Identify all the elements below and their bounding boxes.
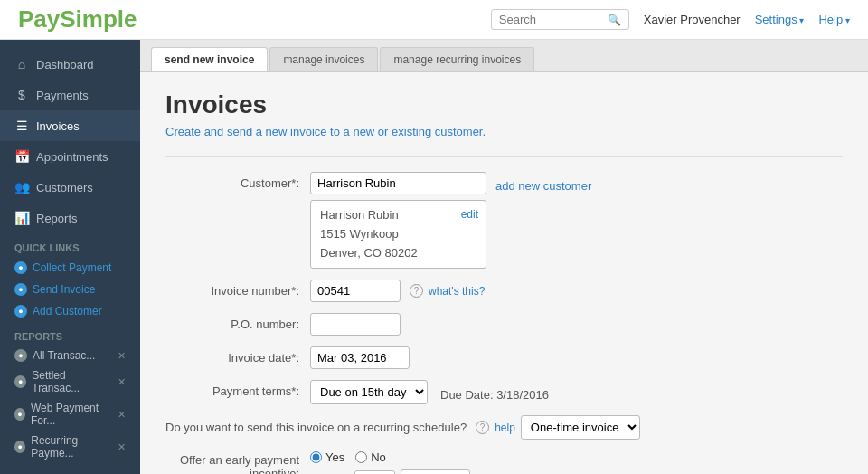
sidebar-item-dashboard[interactable]: ⌂ Dashboard <box>0 49 140 80</box>
invoice-num-label: Invoice number*: <box>165 280 310 298</box>
due-date-text: Due Date: 3/18/2016 <box>440 384 549 402</box>
address-line1: Harrison Rubin <box>320 206 476 225</box>
home-icon: ⌂ <box>14 57 29 71</box>
report-close-2[interactable]: ✕ <box>118 376 126 388</box>
address-edit-link[interactable]: edit <box>461 206 478 223</box>
form-row-invoice-num: Invoice number*: ? what's this? <box>165 280 843 302</box>
page-content: Invoices Create and send a new invoice t… <box>140 72 868 474</box>
incentive-no-radio[interactable] <box>355 451 367 463</box>
incentive-value-input[interactable] <box>354 470 395 474</box>
sidebar-item-payments[interactable]: $ Payments <box>0 80 140 110</box>
invoice-whats-this[interactable]: what's this? <box>429 285 485 298</box>
nav-settings[interactable]: Settings <box>755 13 805 26</box>
report-icon-3: ● <box>14 408 25 421</box>
payment-terms-label: Payment terms*: <box>165 380 310 398</box>
main-layout: ⌂ Dashboard $ Payments ☰ Invoices 📅 Appo… <box>0 40 868 474</box>
search-icon: 🔍 <box>608 14 621 26</box>
invoices-icon: ☰ <box>14 118 29 133</box>
report-close-3[interactable]: ✕ <box>118 409 126 421</box>
invoice-date-label: Invoice date*: <box>165 346 310 365</box>
sidebar-label-reports: Reports <box>36 212 78 225</box>
collect-payment-icon: ● <box>14 261 27 274</box>
report-close-1[interactable]: ✕ <box>118 350 126 362</box>
quick-links-heading: Quick Links <box>0 233 140 257</box>
report-item-settled[interactable]: ● Settled Transac... ✕ <box>0 365 140 398</box>
address-line3: Denver, CO 80202 <box>320 244 476 263</box>
report-icon-1: ● <box>14 349 27 362</box>
content-area: send new invoice manage invoices manage … <box>140 40 868 474</box>
top-nav: PaySimple 🔍 Xavier Provencher Settings H… <box>0 0 868 40</box>
logo: PaySimple <box>18 5 137 33</box>
report-close-4[interactable]: ✕ <box>118 441 126 453</box>
sidebar: ⌂ Dashboard $ Payments ☰ Invoices 📅 Appo… <box>0 40 140 474</box>
quick-link-add-customer[interactable]: ● Add Customer <box>0 300 140 322</box>
incentive-details: Apply a Percent deduction If the invoice… <box>310 469 651 474</box>
quick-link-label-send: Send Invoice <box>33 283 95 296</box>
incentive-radio-group: Yes No <box>310 450 651 464</box>
recurring-help-icon[interactable]: ? <box>476 421 489 434</box>
recurring-question-text: Do you want to send this invoice on a re… <box>165 421 467 434</box>
incentive-row: Offer an early payment incentive: Yes No <box>165 450 843 474</box>
invoice-help-icon[interactable]: ? <box>410 284 423 298</box>
po-num-label: P.O. number: <box>165 313 310 331</box>
page-title: Invoices <box>165 90 843 119</box>
report-label-4: Recurring Payme... <box>31 434 112 460</box>
form-divider <box>165 156 843 157</box>
logo-pay: Pay <box>18 5 60 33</box>
search-box[interactable]: 🔍 <box>491 9 629 30</box>
incentive-label: Offer an early payment incentive: <box>165 450 310 474</box>
po-num-input[interactable] <box>310 313 401 336</box>
quick-link-collect-payment[interactable]: ● Collect Payment <box>0 257 140 279</box>
report-icon-4: ● <box>14 441 25 453</box>
recurring-select[interactable]: One-time invoice <box>521 415 640 440</box>
recurring-help-link[interactable]: help <box>495 422 515 434</box>
report-label-1: All Transac... <box>33 349 95 362</box>
report-item-all-trans[interactable]: ● All Transac... ✕ <box>0 346 140 365</box>
tab-bar: send new invoice manage invoices manage … <box>140 40 868 72</box>
tab-send-new-invoice[interactable]: send new invoice <box>151 47 268 71</box>
quick-link-label-add: Add Customer <box>33 305 102 318</box>
payment-terms-select[interactable]: Due on 15th day <box>310 380 428 404</box>
sidebar-label-customers: Customers <box>36 181 93 194</box>
logo-simple: Simple <box>60 5 137 33</box>
nav-user: Xavier Provencher <box>644 13 741 26</box>
report-label-2: Settled Transac... <box>32 369 112 394</box>
calendar-icon: 📅 <box>14 149 29 164</box>
sidebar-item-invoices[interactable]: ☰ Invoices <box>0 110 140 141</box>
add-new-customer-link[interactable]: add new customer <box>495 175 591 193</box>
sidebar-label-invoices: Invoices <box>36 119 80 133</box>
form-row-payment-terms: Payment terms*: Due on 15th day Due Date… <box>165 380 843 404</box>
report-item-recurring[interactable]: ● Recurring Payme... ✕ <box>0 431 140 463</box>
search-input[interactable] <box>499 13 608 26</box>
customer-address-box: Harrison Rubin 1515 Wynkoop Denver, CO 8… <box>310 200 486 269</box>
recurring-schedule-row: Do you want to send this invoice on a re… <box>165 415 843 440</box>
customers-icon: 👥 <box>14 180 29 194</box>
customer-input[interactable] <box>310 172 486 194</box>
tab-manage-invoices[interactable]: manage invoices <box>269 47 378 71</box>
incentive-no-label: No <box>371 450 386 464</box>
incentive-yes-option[interactable]: Yes <box>310 450 344 464</box>
invoice-num-input[interactable] <box>310 280 401 302</box>
incentive-yes-radio[interactable] <box>310 451 322 463</box>
report-item-web-payment[interactable]: ● Web Payment For... ✕ <box>0 398 140 431</box>
incentive-no-option[interactable]: No <box>355 450 386 464</box>
sidebar-item-appointments[interactable]: 📅 Appointments <box>0 141 140 172</box>
dollar-icon: $ <box>14 88 29 102</box>
nav-right: 🔍 Xavier Provencher Settings Help <box>491 9 850 30</box>
invoice-date-input[interactable] <box>310 346 410 369</box>
form-row-customer: Customer*: add new customer Harrison Rub… <box>165 172 843 269</box>
sidebar-item-customers[interactable]: 👥 Customers <box>0 172 140 203</box>
form-row-po-num: P.O. number: <box>165 313 843 336</box>
incentive-type-select[interactable]: Percent <box>401 469 470 474</box>
quick-link-send-invoice[interactable]: ● Send Invoice <box>0 279 140 300</box>
send-invoice-icon: ● <box>14 283 27 296</box>
add-customer-icon: ● <box>14 305 27 318</box>
nav-help[interactable]: Help <box>818 13 850 26</box>
sidebar-item-reports[interactable]: 📊 Reports <box>0 203 140 233</box>
sidebar-label-dashboard: Dashboard <box>36 58 94 71</box>
form-row-invoice-date: Invoice date*: <box>165 346 843 369</box>
reports-heading: Reports <box>0 322 140 346</box>
tab-manage-recurring[interactable]: manage recurring invoices <box>380 47 534 71</box>
reports-icon: 📊 <box>14 211 29 225</box>
page-subtitle: Create and send a new invoice to a new o… <box>165 125 843 138</box>
